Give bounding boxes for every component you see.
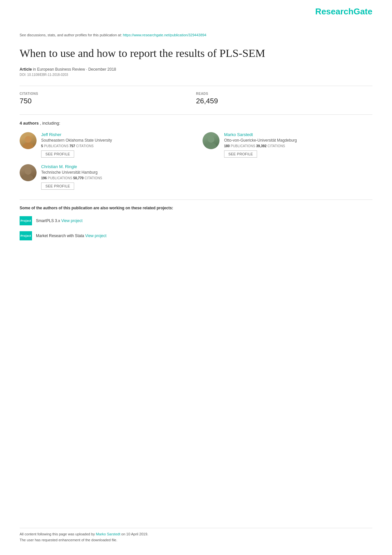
author-avatar-marko	[203, 132, 220, 149]
article-in: in	[33, 67, 37, 72]
christian-pub-label: PUBLICATIONS	[48, 176, 73, 180]
author-info-christian: Christian M. Ringle Technische Universit…	[41, 164, 189, 190]
citations-block: CITATIONS 750	[20, 92, 196, 105]
see-profile-button-marko[interactable]: SEE PROFILE	[224, 150, 257, 158]
avatar-face-christian	[20, 164, 37, 181]
author-name-jeff[interactable]: Jeff Risher	[41, 132, 189, 137]
notice-text: See discussions, stats, and author profi…	[20, 33, 123, 37]
authors-grid-empty	[203, 164, 372, 190]
footer-note: The user has requested enhancement of th…	[20, 538, 372, 542]
project-link-1[interactable]: View project	[61, 218, 82, 223]
article-date: December 2018	[88, 67, 116, 72]
authors-heading: 4 authors , including:	[20, 121, 372, 126]
avatar-face-jeff	[20, 132, 37, 149]
marko-pub-count: 180	[224, 144, 230, 148]
article-doi: DOI: 10.1108/EBR-11-2018-0203	[20, 73, 372, 77]
projects-divider	[20, 199, 372, 200]
author-avatar-jeff	[20, 132, 37, 149]
svg-point-8	[25, 168, 31, 175]
jeff-cite-label: CITATIONS	[76, 144, 94, 148]
footer-uploader-link[interactable]: Marko Sarstedt	[96, 532, 121, 536]
author-name-christian[interactable]: Christian M. Ringle	[41, 164, 189, 169]
authors-divider	[20, 114, 372, 115]
article-type: Article	[20, 67, 32, 72]
marko-cite-label: CITATIONS	[268, 144, 285, 148]
author-affiliation-christian: Technische Universität Hamburg	[41, 170, 189, 175]
author-card-marko: Marko Sarstedt Otto-von-Guericke-Univers…	[203, 132, 372, 158]
svg-point-5	[208, 136, 214, 143]
author-stats-jeff: 5 PUBLICATIONS 757 CITATIONS	[41, 144, 189, 148]
avatar-svg-jeff	[20, 132, 37, 149]
author-card-jeff: Jeff Risher Southeastern Oklahoma State …	[20, 132, 189, 158]
article-title: When to use and how to report the result…	[20, 46, 372, 61]
page-footer: All content following this page was uplo…	[20, 528, 372, 542]
author-info-marko: Marko Sarstedt Otto-von-Guericke-Univers…	[224, 132, 372, 158]
reads-value: 26,459	[196, 97, 372, 105]
see-profile-button-christian[interactable]: SEE PROFILE	[41, 182, 74, 190]
article-journal: European Business Review	[37, 67, 85, 72]
author-card-christian: Christian M. Ringle Technische Universit…	[20, 164, 189, 190]
article-meta: Article in European Business Review · De…	[20, 67, 372, 72]
avatar-face-marko	[203, 132, 220, 149]
page-header: ResearchGate	[0, 0, 392, 20]
brand-logo[interactable]: ResearchGate	[315, 7, 372, 17]
authors-suffix: , including:	[40, 121, 60, 126]
marko-cite-count: 39,392	[256, 144, 267, 148]
jeff-pub-label: PUBLICATIONS	[44, 144, 70, 148]
project-link-2[interactable]: View project	[85, 234, 106, 238]
project-item-stata: Project Market Research with Stata View …	[20, 231, 372, 240]
author-stats-marko: 180 PUBLICATIONS 39,392 CITATIONS	[224, 144, 372, 148]
project-item-smartpls: Project SmartPLS 3.x View project	[20, 216, 372, 225]
authors-grid: Jeff Risher Southeastern Oklahoma State …	[20, 132, 372, 190]
footer-divider	[20, 528, 372, 528]
related-projects-heading: Some of the authors of this publication …	[20, 206, 372, 210]
author-name-marko[interactable]: Marko Sarstedt	[224, 132, 372, 137]
see-profile-button-jeff[interactable]: SEE PROFILE	[41, 150, 74, 158]
svg-point-2	[25, 136, 31, 143]
footer-upload-text: All content following this page was uplo…	[20, 532, 372, 536]
christian-cite-count: 50,770	[73, 176, 84, 180]
author-avatar-christian	[20, 164, 37, 181]
project-name-1: SmartPLS 3.x	[36, 218, 61, 223]
christian-pub-count: 196	[41, 176, 47, 180]
project-text-2: Market Research with Stata View project	[36, 234, 106, 238]
project-badge-1: Project	[20, 216, 32, 225]
reads-label: READS	[196, 92, 372, 95]
page-content: See discussions, stats, and author profi…	[0, 20, 392, 266]
marko-pub-label: PUBLICATIONS	[231, 144, 256, 148]
svg-point-7	[23, 175, 33, 181]
svg-point-1	[23, 143, 33, 149]
avatar-svg-christian	[20, 164, 37, 181]
project-text-1: SmartPLS 3.x View project	[36, 218, 83, 223]
notice-bar: See discussions, stats, and author profi…	[20, 33, 372, 37]
author-affiliation-marko: Otto-von-Guericke-Universität Magdeburg	[224, 138, 372, 143]
project-badge-2: Project	[20, 231, 32, 240]
project-name-2: Market Research with Stata	[36, 234, 85, 238]
authors-count: 4 authors	[20, 121, 39, 126]
jeff-cite-count: 757	[70, 144, 75, 148]
citations-label: CITATIONS	[20, 92, 196, 95]
jeff-pub-count: 5	[41, 144, 43, 148]
stats-divider	[20, 86, 372, 86]
author-affiliation-jeff: Southeastern Oklahoma State University	[41, 138, 189, 143]
footer-upload-date: on 10 April 2019.	[121, 532, 148, 536]
christian-cite-label: CITATIONS	[85, 176, 102, 180]
footer-upload-prefix: All content following this page was uplo…	[20, 532, 96, 536]
author-info-jeff: Jeff Risher Southeastern Oklahoma State …	[41, 132, 189, 158]
avatar-svg-marko	[203, 132, 220, 149]
svg-point-4	[206, 143, 216, 149]
notice-link[interactable]: https://www.researchgate.net/publication…	[123, 33, 206, 37]
author-stats-christian: 196 PUBLICATIONS 50,770 CITATIONS	[41, 176, 189, 180]
reads-block: READS 26,459	[196, 92, 372, 105]
citations-value: 750	[20, 97, 196, 105]
stats-row: CITATIONS 750 READS 26,459	[20, 92, 372, 105]
